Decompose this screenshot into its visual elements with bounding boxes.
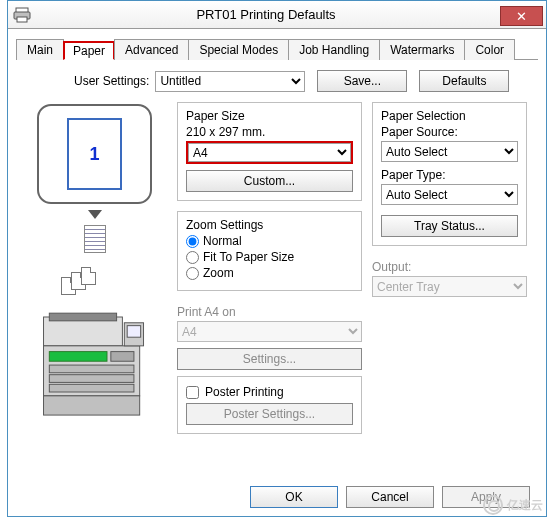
tray-status-button[interactable]: Tray Status... xyxy=(381,215,518,237)
printer-illustration xyxy=(32,307,157,427)
svg-rect-9 xyxy=(49,375,134,383)
user-settings-label: User Settings: xyxy=(74,74,149,88)
svg-rect-11 xyxy=(44,396,140,415)
printer-app-icon xyxy=(12,6,32,24)
paper-type-label: Paper Type: xyxy=(381,168,518,182)
output-label: Output: xyxy=(372,260,527,274)
tab-special-modes[interactable]: Special Modes xyxy=(188,39,289,60)
zoom-normal-radio[interactable] xyxy=(186,235,199,248)
svg-rect-4 xyxy=(49,313,116,321)
preview-page-number: 1 xyxy=(67,118,122,190)
poster-group: Poster Printing Poster Settings... xyxy=(177,376,362,434)
preview-column: 1 xyxy=(22,102,167,444)
document-icon xyxy=(84,225,106,253)
poster-printing-label: Poster Printing xyxy=(205,385,284,399)
zoom-zoom-radio[interactable] xyxy=(186,267,199,280)
paper-size-group: Paper Size 210 x 297 mm. A4 Custom... xyxy=(177,102,362,201)
output-select: Center Tray xyxy=(372,276,527,297)
user-settings-select[interactable]: Untitled xyxy=(155,71,305,92)
print-on-label: Print A4 on xyxy=(177,305,362,319)
zoom-group: Zoom Settings Normal Fit To Paper Size Z… xyxy=(177,211,362,291)
paper-type-select[interactable]: Auto Select xyxy=(381,184,518,205)
poster-settings-button: Poster Settings... xyxy=(186,403,353,425)
paper-size-label: Paper Size xyxy=(186,109,353,123)
tab-watermarks[interactable]: Watermarks xyxy=(379,39,465,60)
save-button[interactable]: Save... xyxy=(317,70,407,92)
paper-size-highlight: A4 xyxy=(186,141,353,164)
svg-rect-10 xyxy=(49,384,134,392)
poster-printing-row[interactable]: Poster Printing xyxy=(186,385,353,399)
zoom-fit-row[interactable]: Fit To Paper Size xyxy=(186,250,353,264)
custom-size-button[interactable]: Custom... xyxy=(186,170,353,192)
paper-selection-group: Paper Selection Paper Source: Auto Selec… xyxy=(372,102,527,246)
tab-paper[interactable]: Paper xyxy=(63,41,115,60)
svg-rect-2 xyxy=(17,17,27,22)
cancel-button[interactable]: Cancel xyxy=(346,486,434,508)
svg-rect-6 xyxy=(49,352,107,362)
zoom-fit-radio[interactable] xyxy=(186,251,199,264)
paper-preview: 1 xyxy=(37,104,152,204)
svg-rect-3 xyxy=(44,317,123,346)
tab-strip: Main Paper Advanced Special Modes Job Ha… xyxy=(16,37,538,60)
apply-button: Apply xyxy=(442,486,530,508)
svg-rect-13 xyxy=(127,326,140,338)
paper-selection-label: Paper Selection xyxy=(381,109,518,123)
paper-size-select[interactable]: A4 xyxy=(188,143,351,162)
print-on-select: A4 xyxy=(177,321,362,342)
dialog-footer: OK Cancel Apply xyxy=(250,486,530,508)
arrow-down-icon xyxy=(88,210,102,219)
pages-stack-icon xyxy=(61,267,101,299)
svg-rect-8 xyxy=(49,365,134,373)
zoom-group-label: Zoom Settings xyxy=(186,218,353,232)
tab-main[interactable]: Main xyxy=(16,39,64,60)
tab-color[interactable]: Color xyxy=(464,39,515,60)
defaults-button[interactable]: Defaults xyxy=(419,70,509,92)
zoom-zoom-row[interactable]: Zoom xyxy=(186,266,353,280)
window-title: PRT01 Printing Defaults xyxy=(32,7,500,22)
print-on-settings-button: Settings... xyxy=(177,348,362,370)
tab-advanced[interactable]: Advanced xyxy=(114,39,189,60)
svg-rect-7 xyxy=(111,352,134,362)
tab-job-handling[interactable]: Job Handling xyxy=(288,39,380,60)
paper-dimensions: 210 x 297 mm. xyxy=(186,125,353,139)
close-button[interactable]: ✕ xyxy=(500,6,543,26)
paper-source-label: Paper Source: xyxy=(381,125,518,139)
zoom-normal-row[interactable]: Normal xyxy=(186,234,353,248)
paper-source-select[interactable]: Auto Select xyxy=(381,141,518,162)
titlebar: PRT01 Printing Defaults ✕ xyxy=(8,1,546,29)
poster-printing-checkbox[interactable] xyxy=(186,386,199,399)
ok-button[interactable]: OK xyxy=(250,486,338,508)
